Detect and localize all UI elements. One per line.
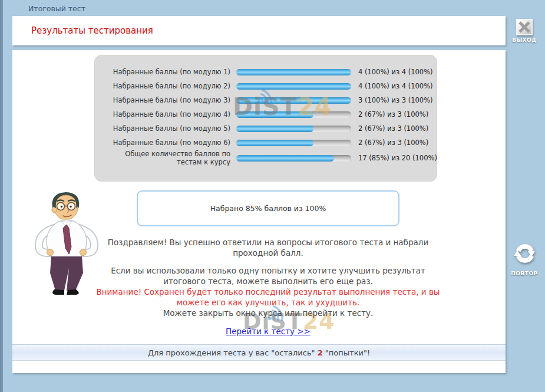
score-label: Набранные баллы (по модулю 6)	[101, 139, 230, 147]
attempts-bar: Для прохождения теста у вас "остались" 2…	[12, 344, 506, 361]
exit-button-label: ВЫХОД	[509, 37, 540, 43]
score-value: 2 (67%) из 3 (100%)	[358, 124, 428, 133]
score-row: Общее количество баллов по тестам к курс…	[95, 150, 437, 167]
score-row: Набранные баллы (по модулю 5)2 (67%) из …	[95, 121, 437, 136]
go-to-test-link[interactable]: Перейти к тесту >>	[226, 327, 311, 337]
progress-bar-fill	[236, 126, 313, 132]
window-title: Итоговый тест	[28, 4, 85, 13]
close-icon[interactable]	[516, 19, 533, 35]
score-label: Общее количество баллов по тестам к курс…	[101, 150, 230, 167]
attempts-text-before: Для прохождения теста у вас "остались"	[148, 348, 318, 357]
score-label: Набранные баллы (по модулю 1)	[101, 68, 230, 76]
progress-bar-track	[236, 111, 351, 118]
progress-bar-fill	[236, 69, 351, 75]
retry-info-text: Если вы использовали только одну попытку…	[91, 266, 445, 287]
attempts-count: 2	[318, 348, 323, 357]
result-message: Поздравляем! Вы успешно ответили на вопр…	[91, 238, 445, 337]
progress-bar-track	[236, 69, 351, 75]
progress-bar-fill	[236, 111, 313, 118]
repeat-button[interactable]: ПОВТОР	[509, 241, 540, 276]
score-label: Набранные баллы (по модулю 4)	[101, 110, 230, 118]
results-panel: Набранные баллы (по модулю 1)4 (100%) из…	[94, 55, 437, 182]
progress-bar-track	[236, 155, 351, 162]
desktop: Итоговый тест Результаты тестирования На…	[0, 0, 545, 392]
left-border-strip	[0, 0, 3, 392]
progress-bar-track	[236, 97, 351, 104]
score-row: Набранные баллы (по модулю 4)2 (67%) из …	[95, 107, 437, 121]
progress-bar-track	[236, 83, 351, 90]
content-panel: Набранные баллы (по модулю 1)4 (100%) из…	[12, 50, 506, 373]
score-label: Набранные баллы (по модулю 3)	[101, 96, 230, 104]
score-summary-text: Набрано 85% баллов из 100%	[210, 204, 326, 213]
page-title: Результаты тестирования	[31, 25, 153, 36]
score-label: Набранные баллы (по модулю 2)	[101, 82, 230, 90]
refresh-icon[interactable]	[511, 241, 538, 266]
progress-bar-fill	[236, 97, 351, 104]
close-info-text: Можете закрыть окно курса или перейти к …	[91, 308, 445, 319]
score-rows: Набранные баллы (по модулю 1)4 (100%) из…	[95, 65, 437, 167]
score-row: Набранные баллы (по модулю 3)3 (100%) из…	[95, 93, 437, 107]
score-label: Набранные баллы (по модулю 5)	[101, 124, 230, 133]
exit-button[interactable]: ВЫХОД	[509, 19, 540, 43]
warning-text: Внимание! Сохранен будет только последни…	[91, 287, 445, 308]
score-row: Набранные баллы (по модулю 1)4 (100%) из…	[95, 65, 437, 79]
score-row: Набранные баллы (по модулю 2)4 (100%) из…	[95, 79, 437, 93]
repeat-button-label: ПОВТОР	[509, 271, 540, 276]
progress-bar-fill	[236, 140, 313, 146]
score-value: 4 (100%) из 4 (100%)	[358, 82, 433, 90]
progress-bar-fill	[236, 83, 351, 90]
score-value: 2 (67%) из 3 (100%)	[358, 139, 428, 147]
score-row: Набранные баллы (по модулю 6)2 (67%) из …	[95, 136, 437, 150]
progress-bar-fill	[236, 155, 334, 162]
attempts-text-after: "попытки"!	[323, 348, 370, 357]
congrats-text: Поздравляем! Вы успешно ответили на вопр…	[91, 238, 445, 259]
progress-bar-track	[236, 140, 351, 146]
score-value: 4 (100%) из 4 (100%)	[358, 68, 433, 76]
progress-bar-track	[236, 126, 351, 132]
score-summary-box: Набрано 85% баллов из 100%	[137, 190, 399, 226]
score-value: 2 (67%) из 3 (100%)	[358, 110, 428, 118]
score-value: 3 (100%) из 3 (100%)	[358, 96, 433, 104]
header-panel: Результаты тестирования	[12, 16, 506, 45]
score-value: 17 (85%) из 20 (100%)	[358, 154, 437, 162]
